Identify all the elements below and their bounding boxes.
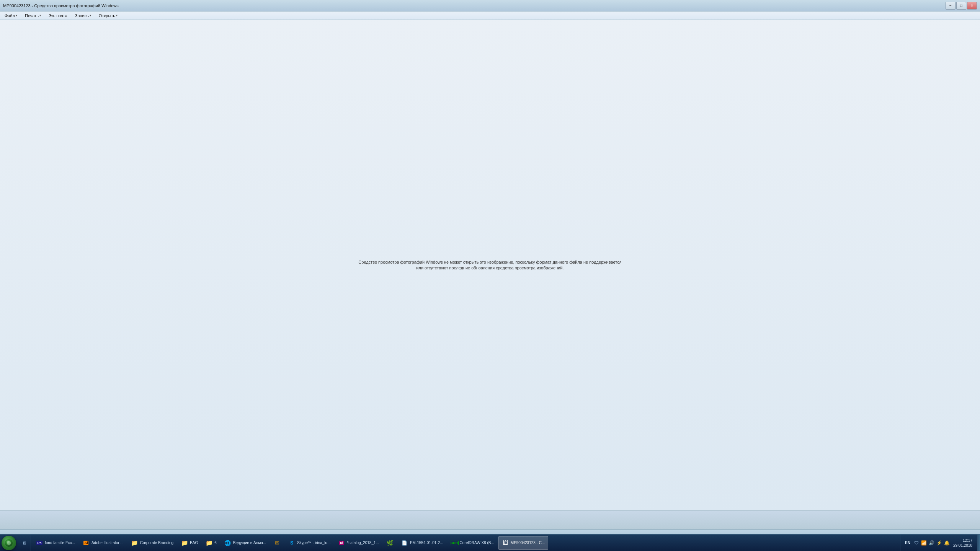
window-title: MP900423123 - Средство просмотра фотогра…: [3, 3, 119, 8]
ai-icon: Ai: [83, 540, 90, 546]
folder1-icon: 📁: [131, 540, 138, 546]
tray-date: 29.01.2018: [953, 543, 972, 548]
main-viewer-area: Средство просмотра фотографий Windows не…: [0, 20, 980, 510]
menu-open[interactable]: Открыть ▾: [96, 13, 121, 19]
menu-email[interactable]: Эл. почта: [46, 13, 70, 19]
menu-arrow: ▾: [90, 14, 91, 17]
skype-icon: S: [288, 540, 295, 546]
start-button[interactable]: [2, 536, 16, 550]
viewer-icon: 🖼: [502, 540, 509, 546]
taskbar-items: Ps fond famille Exc... Ai Adobe Illustra…: [31, 535, 900, 551]
taskbar-item-ai[interactable]: Ai Adobe Illustrator ...: [79, 536, 127, 550]
id-icon: Id: [338, 540, 345, 546]
menu-arrow: ▾: [116, 14, 118, 17]
tray-time: 12:17: [963, 538, 972, 543]
tray-notification-icon: 🔔: [944, 540, 950, 546]
window-controls: − □ ✕: [946, 2, 977, 10]
taskbar-item-cdr-label: CorelDRAW X8 (В...: [460, 541, 494, 545]
taskbar-item-folder1-label: Corporate Branding: [140, 541, 173, 545]
taskbar: 🖥 Ps fond famille Exc... Ai Adobe Illust…: [0, 534, 980, 551]
menu-file[interactable]: Файл ▾: [2, 13, 20, 19]
folder2-icon: 📁: [181, 540, 188, 546]
taskbar-item-folder3-label: 6: [214, 541, 217, 545]
taskbar-item-folder3[interactable]: 📁 6: [202, 536, 220, 550]
cdr-icon: CDR: [451, 540, 458, 546]
close-button[interactable]: ✕: [967, 2, 977, 10]
email-icon: ✉: [274, 540, 281, 546]
system-tray: EN 🛡 📶 🔊 ⚡ 🔔 12:17 29.01.2018: [900, 535, 977, 551]
tray-power-icon: ⚡: [936, 540, 942, 546]
taskbar-item-pdf-label: PM-1554-01-01-2...: [410, 541, 443, 545]
tray-security-icon: 🛡: [913, 540, 920, 546]
tray-lang[interactable]: EN: [903, 541, 912, 545]
taskbar-item-ps-label: fond famille Exc...: [45, 541, 75, 545]
folder3-icon: 📁: [206, 540, 212, 546]
taskbar-item-folder1[interactable]: 📁 Corporate Branding: [128, 536, 177, 550]
taskbar-item-ie-label: Ведущие в Алма...: [233, 541, 266, 545]
ql-show-desktop[interactable]: 🖥: [20, 539, 28, 547]
title-bar: MP900423123 - Средство просмотра фотогра…: [0, 0, 980, 11]
taskbar-item-id-label: *catalog_2018_1...: [347, 541, 379, 545]
taskbar-item-folder2[interactable]: 📁 BAG: [178, 536, 201, 550]
taskbar-item-pdf[interactable]: 📄 PM-1554-01-01-2...: [398, 536, 447, 550]
menu-bar: Файл ▾ Печать ▾ Эл. почта Запись ▾ Откры…: [0, 11, 980, 20]
error-message: Средство просмотра фотографий Windows не…: [356, 259, 624, 271]
taskbar-item-ps[interactable]: Ps fond famille Exc...: [33, 536, 78, 550]
menu-print[interactable]: Печать ▾: [22, 13, 44, 19]
menu-record[interactable]: Запись ▾: [72, 13, 94, 19]
maximize-button[interactable]: □: [956, 2, 966, 10]
nature-icon: 🌿: [387, 540, 394, 546]
ie-icon: 🌐: [224, 540, 231, 546]
taskbar-item-viewer-label: MP900423123 - C...: [511, 541, 545, 545]
taskbar-item-skype[interactable]: S Skype™ - irina_lu...: [285, 536, 334, 550]
tray-volume-icon[interactable]: 🔊: [929, 540, 935, 546]
taskbar-item-nature[interactable]: 🌿: [383, 536, 397, 550]
taskbar-item-ie[interactable]: 🌐 Ведущие в Алма...: [221, 536, 270, 550]
image-strip: [0, 510, 980, 530]
menu-arrow: ▾: [39, 14, 41, 17]
taskbar-item-viewer[interactable]: 🖼 MP900423123 - C...: [498, 536, 549, 550]
quick-launch: 🖥: [18, 535, 31, 551]
tray-network-icon: 📶: [921, 540, 927, 546]
taskbar-item-ai-label: Adobe Illustrator ...: [91, 541, 124, 545]
taskbar-item-folder2-label: BAG: [190, 541, 198, 545]
taskbar-item-id[interactable]: Id *catalog_2018_1...: [335, 536, 382, 550]
taskbar-item-skype-label: Skype™ - irina_lu...: [297, 541, 330, 545]
menu-arrow: ▾: [16, 14, 17, 17]
tray-clock[interactable]: 12:17 29.01.2018: [952, 538, 974, 548]
taskbar-item-cdr[interactable]: CDR CorelDRAW X8 (В...: [448, 536, 498, 550]
minimize-button[interactable]: −: [946, 2, 956, 10]
pdf-icon: 📄: [401, 540, 408, 546]
taskbar-item-email[interactable]: ✉: [270, 536, 284, 550]
show-desktop-button[interactable]: [977, 535, 980, 551]
ps-icon: Ps: [36, 540, 43, 546]
